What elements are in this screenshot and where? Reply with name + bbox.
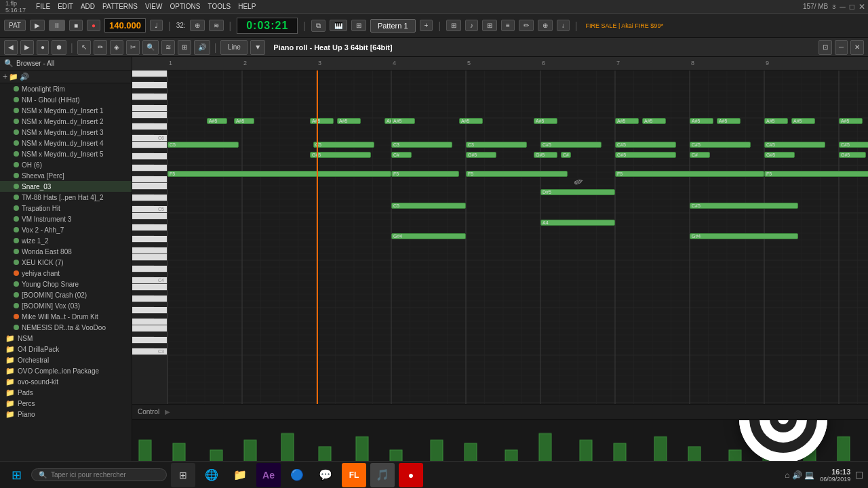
note-As5[interactable]: A#5 <box>234 118 254 124</box>
piano-key-B4[interactable] <box>132 213 167 220</box>
note-As5[interactable]: A#5 <box>615 118 639 124</box>
sidebar-item-[boomin]crash(02)[interactable]: [BOOMIN] Crash (02) <box>0 289 132 300</box>
pencil-btn[interactable]: ⊕ <box>538 20 553 31</box>
tool-select[interactable]: ↖ <box>77 40 91 55</box>
grid-btn[interactable]: ⊞ <box>482 20 497 31</box>
note-As5[interactable]: A#5 <box>717 118 741 124</box>
sidebar-item-wize1_2[interactable]: wize 1_2 <box>0 235 132 246</box>
piano-key-A#6[interactable] <box>132 77 154 82</box>
sidebar-item-nsmxmeydm..dy_insert[interactable]: NSM x Meydm..dy_Insert 2 <box>0 116 132 127</box>
piano-key-A6[interactable] <box>132 82 167 89</box>
sidebar-item-nsmxmeydm..dy_insert[interactable]: NSM x Meydm..dy_Insert 4 <box>0 138 132 148</box>
brush-btn[interactable]: ✏ <box>519 20 534 31</box>
piano-key-A#4[interactable] <box>132 220 154 224</box>
tool-erase[interactable]: ◈ <box>110 40 123 55</box>
stop-button[interactable]: ■ <box>69 20 83 31</box>
sidebar-item-[boomin]vox(03)[interactable]: [BOOMIN] Vox (03) <box>0 300 132 311</box>
maximize-btn[interactable]: □ <box>850 2 854 12</box>
note-Gs4[interactable]: G#4 <box>690 233 798 239</box>
tool-record2-pr[interactable]: ⏺ <box>52 40 66 55</box>
sidebar-item-moonlightrim[interactable]: Moonlight Rim <box>0 83 132 94</box>
menu-tools[interactable]: TOOLS <box>205 2 235 11</box>
sidebar-item-nsmxmeydm..dy_insert[interactable]: NSM x Meydm..dy_Insert 5 <box>0 148 132 159</box>
piano-key-F5[interactable] <box>132 176 167 183</box>
sidebar-item-wondaeast808[interactable]: Wonda East 808 <box>0 246 132 257</box>
piano-key-E5[interactable] <box>132 183 167 190</box>
piano-key-A4[interactable] <box>132 224 167 231</box>
note-Cs[interactable]: C# <box>690 152 710 158</box>
piano-key-F6[interactable] <box>132 105 167 112</box>
merge-btn[interactable]: ⊕ <box>190 20 205 31</box>
note-Gs5[interactable]: G#5 <box>534 152 557 158</box>
piano-key-G3[interactable] <box>132 307 167 314</box>
note-As5[interactable]: A#5 <box>207 118 227 124</box>
note-btn[interactable]: ♪ <box>465 20 478 31</box>
play-button[interactable]: ▶ <box>30 20 45 31</box>
line-expand[interactable]: ▼ <box>250 40 265 55</box>
sidebar-item-youngchopsnare[interactable]: Young Chop Snare <box>0 279 132 289</box>
piano-key-F#6[interactable] <box>132 100 154 105</box>
taskbar-app-ableton[interactable]: 🎵 <box>370 463 395 487</box>
piano-key-F#4[interactable] <box>132 243 154 247</box>
piano-key-F#3[interactable] <box>132 314 154 319</box>
piano-btn[interactable]: 🎹 <box>330 20 347 31</box>
note-As5[interactable]: A#5 <box>690 118 713 124</box>
bpm-display[interactable]: 140.000 <box>104 18 146 33</box>
sidebar-item-snare_03[interactable]: Snare_03 <box>0 181 132 192</box>
sidebar-folder-pads[interactable]: 📁Pads <box>0 387 132 398</box>
sidebar-folder-percs[interactable]: 📁Percs <box>0 398 132 409</box>
piano-key-C#5[interactable] <box>132 201 154 206</box>
pause-button[interactable]: ⏸ <box>49 20 65 31</box>
note-C5[interactable]: C5 <box>391 203 466 209</box>
piano-key-C6[interactable]: C6 <box>132 135 167 142</box>
piano-key-B5[interactable] <box>132 142 167 148</box>
taskbar-app-ae[interactable]: Ae <box>256 463 281 487</box>
metronome-btn[interactable]: ♩ <box>150 20 163 31</box>
menu-options[interactable]: OPTIONS <box>166 2 203 11</box>
piano-key-C4[interactable]: C4 <box>132 277 167 284</box>
sidebar-item-nsmxmeydm..dy_insert[interactable]: NSM x Meydm..dy_Insert 3 <box>0 127 132 138</box>
piano-key-C3[interactable]: C3 <box>132 348 167 355</box>
sidebar-folder-ovo-sound-kit[interactable]: 📁ovo-sound-kit <box>0 376 132 387</box>
menu-help[interactable]: HELP <box>235 2 259 11</box>
note-C3[interactable]: C3 <box>391 142 452 148</box>
piano-key-D#4[interactable] <box>132 261 154 266</box>
menu-edit[interactable]: EDIT <box>54 2 77 11</box>
sidebar-item-tm-88hats[..penhat4][interactable]: TM-88 Hats [..pen Hat 4]_2 <box>0 192 132 203</box>
snap-btn[interactable]: ⊞ <box>446 20 461 31</box>
note-As5[interactable]: A#5 <box>337 118 361 124</box>
note-Cs[interactable]: C# <box>391 152 412 158</box>
taskbar-app-red[interactable]: ● <box>399 463 423 487</box>
piano-key-G6[interactable] <box>132 94 167 100</box>
sb-folder-icon[interactable]: 📁 <box>9 73 18 81</box>
menu-add[interactable]: ADD <box>77 2 98 11</box>
note-Gs5[interactable]: G#5 <box>310 152 371 158</box>
piano-key-E3[interactable] <box>132 325 167 332</box>
piano-key-D#3[interactable] <box>132 332 154 337</box>
sidebar-item-xeukick(7)[interactable]: XEU KICK (7) <box>0 257 132 268</box>
note-C5[interactable]: C5 <box>167 142 239 148</box>
note-As5[interactable]: A#5 <box>839 118 863 124</box>
taskbar-app-fl[interactable]: FL <box>342 463 366 487</box>
tool-record-pr[interactable]: ● <box>37 40 49 55</box>
sb-add-icon[interactable]: + <box>3 72 7 81</box>
pr-minimize-btn[interactable]: ─ <box>835 40 848 55</box>
note-As5[interactable]: A#5 <box>459 118 483 124</box>
sidebar-folder-o4drillapack[interactable]: 📁O4 DrillaPack <box>0 344 132 354</box>
sidebar-folder-ovocomple..ionpackage[interactable]: 📁OVO Comple..ion Package <box>0 365 132 376</box>
piano-key-D5[interactable] <box>132 195 167 201</box>
note-F5[interactable]: F5 <box>167 171 391 177</box>
mixer-btn[interactable]: ⧉ <box>311 20 326 32</box>
piano-key-E4[interactable] <box>132 254 167 261</box>
sidebar-item-sheeva[perc][interactable]: Sheeva [Perc] <box>0 170 132 181</box>
sidebar-item-mikewillma..t-drumki[interactable]: Mike Will Ma..t - Drum Kit <box>0 311 132 322</box>
piano-key-G5[interactable] <box>132 165 167 171</box>
taskbar-app-chat[interactable]: 💬 <box>313 463 338 487</box>
piano-key-D4[interactable] <box>132 266 167 272</box>
piano-key-B6[interactable] <box>132 70 167 77</box>
piano-key-A5[interactable] <box>132 153 167 160</box>
note-Gs5[interactable]: G#5 <box>615 152 676 158</box>
sidebar-item-trapationhit[interactable]: Trapation Hit <box>0 203 132 214</box>
note-Cs5[interactable]: C#5 <box>764 142 825 148</box>
pat-button[interactable]: PAT <box>4 20 26 31</box>
